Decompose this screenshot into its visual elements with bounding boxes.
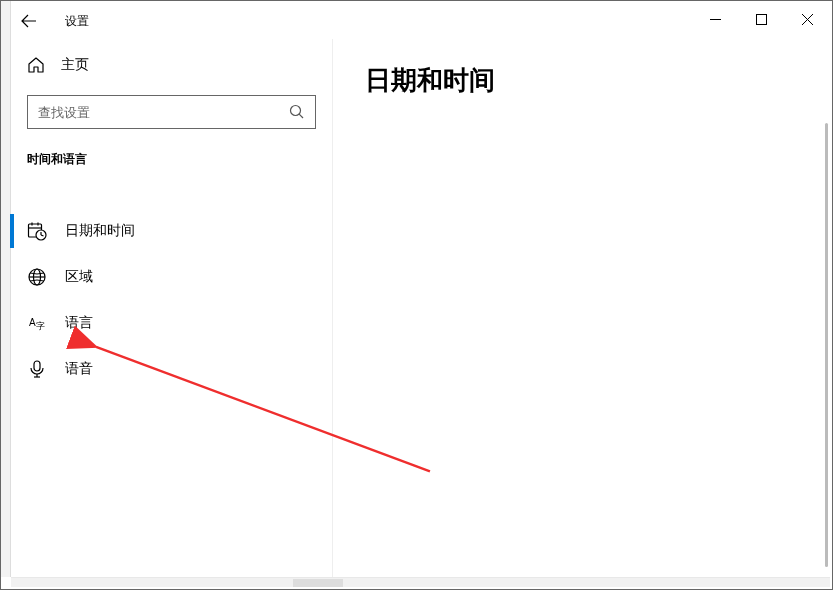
nav-item-date-time[interactable]: 日期和时间 [11, 208, 332, 254]
close-icon [802, 14, 813, 25]
window-inner: 设置 [11, 3, 830, 577]
back-button[interactable] [11, 3, 47, 39]
window-title: 设置 [65, 13, 89, 30]
vertical-scrollbar[interactable] [825, 123, 828, 567]
nav-item-label: 日期和时间 [65, 222, 135, 240]
search-icon [289, 104, 305, 120]
globe-icon [27, 267, 47, 287]
minimize-button[interactable] [692, 3, 738, 35]
search-box[interactable] [27, 95, 316, 129]
maximize-button[interactable] [738, 3, 784, 35]
svg-point-4 [291, 106, 301, 116]
svg-text:字: 字 [36, 321, 45, 331]
close-button[interactable] [784, 3, 830, 35]
arrow-left-icon [21, 13, 37, 29]
nav-list: 日期和时间 区域 [11, 208, 332, 392]
content-area: 日期和时间 [333, 39, 830, 577]
window-controls [692, 3, 830, 35]
microphone-icon [27, 359, 47, 379]
maximize-icon [756, 14, 767, 25]
home-label: 主页 [61, 56, 89, 74]
category-header: 时间和语言 [11, 147, 332, 186]
left-edge [1, 1, 11, 577]
settings-window: 设置 [0, 0, 833, 590]
body: 主页 时间和语言 [11, 39, 830, 577]
nav-item-region[interactable]: 区域 [11, 254, 332, 300]
svg-rect-18 [34, 361, 40, 371]
nav-item-language[interactable]: A 字 语言 [11, 300, 332, 346]
home-item[interactable]: 主页 [11, 45, 332, 85]
nav-item-label: 语言 [65, 314, 93, 332]
nav-item-speech[interactable]: 语音 [11, 346, 332, 392]
language-icon: A 字 [27, 313, 47, 333]
svg-text:A: A [29, 317, 36, 328]
svg-line-5 [299, 114, 303, 118]
search-input[interactable] [38, 105, 289, 120]
minimize-icon [710, 14, 721, 25]
home-icon [27, 56, 45, 74]
svg-rect-1 [756, 14, 766, 24]
calendar-clock-icon [27, 221, 47, 241]
horizontal-scrollbar-area [11, 577, 830, 587]
title-bar: 设置 [11, 3, 830, 39]
nav-item-label: 语音 [65, 360, 93, 378]
nav-item-label: 区域 [65, 268, 93, 286]
page-title: 日期和时间 [365, 63, 798, 98]
sidebar: 主页 时间和语言 [11, 39, 333, 577]
horizontal-scrollbar-thumb[interactable] [293, 579, 343, 587]
